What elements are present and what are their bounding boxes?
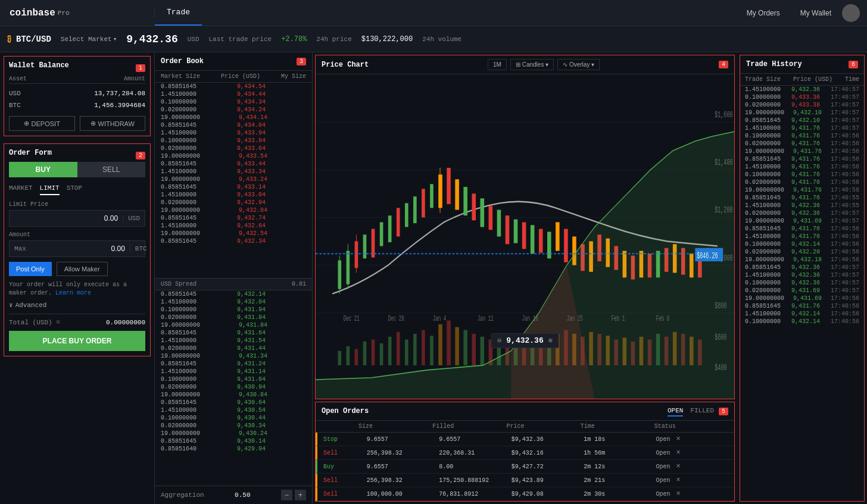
tab-market[interactable]: MARKET xyxy=(9,182,33,195)
ob-ask-row[interactable]: 1.451000009,433.94 xyxy=(155,129,312,137)
amount-max[interactable]: Max xyxy=(10,245,31,252)
ob-ask-row[interactable]: 0.100000009,433.84 xyxy=(155,137,312,145)
ob-bid-row[interactable]: 0.858516459,431.64 xyxy=(155,329,312,337)
ob-ask-row[interactable]: 1.451000009,432.64 xyxy=(155,222,312,230)
ob-ask-row[interactable]: 0.858516459,434.04 xyxy=(155,121,312,129)
ob-bid-row[interactable]: 19.000000009,430.84 xyxy=(155,391,312,399)
place-order-button[interactable]: PLACE BUY ORDER xyxy=(9,331,145,351)
ob-ask-row[interactable]: 19.000000009,433.54 xyxy=(155,152,312,160)
ob-ask-row[interactable]: 0.858516459,433.44 xyxy=(155,160,312,168)
ob-bid-row[interactable]: 1.451000009,431.14 xyxy=(155,368,312,375)
ob-ask-row[interactable]: 1.451000009,433.04 xyxy=(155,191,312,199)
ob-bid-row[interactable]: 0.858516459,431.24 xyxy=(155,360,312,368)
ob-bid-row[interactable]: 0.100000009,431.94 xyxy=(155,306,312,314)
ob-ask-row[interactable]: 19.000000009,432.54 xyxy=(155,230,312,237)
th-row: 0.858516459,431.7617:40:56 xyxy=(740,302,864,310)
close-order-icon[interactable]: × xyxy=(676,435,681,443)
limit-price-input-wrap: USD xyxy=(9,210,145,227)
ob-ask-row[interactable]: 19.000000009,434.14 xyxy=(155,114,312,121)
close-order-icon[interactable]: × xyxy=(676,490,681,498)
ob-bid-row[interactable]: 19.000000009,431.34 xyxy=(155,352,312,360)
ob-bid-row[interactable]: 0.100000009,430.44 xyxy=(155,414,312,422)
withdraw-icon: ⊕ xyxy=(91,120,96,127)
ob-ask-row[interactable]: 1.451000009,434.44 xyxy=(155,90,312,98)
sell-tab[interactable]: SELL xyxy=(77,162,146,177)
svg-rect-83 xyxy=(430,336,434,365)
price-minus-icon[interactable]: ⊖ xyxy=(497,336,501,345)
svg-rect-74 xyxy=(355,349,358,365)
nav-orders-button[interactable]: My Orders xyxy=(737,5,790,21)
ob-ask-row[interactable]: 19.000000009,433.24 xyxy=(155,176,312,183)
svg-text:$1,600: $1,600 xyxy=(715,110,732,120)
logo-pro: Pro xyxy=(58,10,70,17)
ob-ask-row[interactable]: 0.858516459,434.54 xyxy=(155,83,312,90)
timeframe-1m-button[interactable]: 1M xyxy=(488,59,507,70)
oo-col-status: Status xyxy=(654,423,728,430)
close-order-icon[interactable]: × xyxy=(676,462,681,471)
deposit-button[interactable]: ⊕ DEPOSIT xyxy=(9,116,75,131)
ob-bid-row[interactable]: 1.451000009,432.04 xyxy=(155,298,312,306)
ob-ask-row[interactable]: 0.100000009,434.34 xyxy=(155,98,312,106)
ob-bid-row[interactable]: 0.020000009,431.84 xyxy=(155,314,312,321)
allow-maker-button[interactable]: Allow Maker xyxy=(57,262,108,276)
oo-tab-open[interactable]: OPEN xyxy=(668,406,683,417)
oo-tab-filled[interactable]: FILLED xyxy=(690,406,714,417)
left-panel: Wallet Balance 1 Asset Amount USD 13,737… xyxy=(0,52,155,504)
advanced-toggle[interactable]: ∨ Advanced xyxy=(9,301,145,309)
close-order-icon[interactable]: × xyxy=(676,476,681,484)
svg-rect-51 xyxy=(556,222,560,251)
ob-bid-row[interactable]: 19.000000009,430.24 xyxy=(155,430,312,437)
nav-wallet-button[interactable]: My Wallet xyxy=(791,5,841,21)
wallet-title: Wallet Balance xyxy=(9,61,69,70)
chart-header: Price Chart 1M ⊞ Candles ▾ ∿ Overlay ▾ 4 xyxy=(316,55,734,74)
amount-input-wrap: Max BTC xyxy=(9,240,145,257)
nav-trade[interactable]: Trade xyxy=(155,0,202,26)
post-only-button[interactable]: Post Only xyxy=(9,262,52,276)
market-select[interactable]: Select Market ▾ xyxy=(61,35,117,43)
ob-bid-row[interactable]: 0.020000009,430.94 xyxy=(155,383,312,391)
limit-price-input[interactable] xyxy=(10,211,123,226)
agg-minus-button[interactable]: − xyxy=(281,490,292,500)
withdraw-button[interactable]: ⊕ WITHDRAW xyxy=(80,116,146,131)
overlay-button[interactable]: ∿ Overlay ▾ xyxy=(557,59,600,70)
ob-ask-row[interactable]: 0.858516459,432.74 xyxy=(155,214,312,222)
ob-ask-row[interactable]: 19.000000009,432.84 xyxy=(155,206,312,214)
ob-ask-row[interactable]: 0.020000009,434.24 xyxy=(155,106,312,114)
ob-bid-row[interactable]: 0.020000009,431.44 xyxy=(155,345,312,352)
price-plus-icon[interactable]: ⊕ xyxy=(548,336,553,345)
tab-limit[interactable]: LIMIT xyxy=(40,182,60,195)
ob-ask-row[interactable]: 0.020000009,433.64 xyxy=(155,145,312,152)
svg-rect-32 xyxy=(405,203,408,227)
ob-ask-row[interactable]: 1.451000009,433.34 xyxy=(155,168,312,176)
trade-history-panel: Trade History 6 Trade Size Price (USD) T… xyxy=(740,55,865,502)
ob-ask-row[interactable]: 0.858516459,432.34 xyxy=(155,237,312,245)
ob-ask-row[interactable]: 0.020000009,432.94 xyxy=(155,199,312,206)
ob-bid-row[interactable]: 0.858516459,430.64 xyxy=(155,399,312,406)
ob-bid-row[interactable]: 1.451000009,430.54 xyxy=(155,406,312,414)
ob-bid-row[interactable]: 0.858516459,430.14 xyxy=(155,437,312,445)
learn-more-link[interactable]: Learn more xyxy=(55,290,91,296)
chart-controls: 1M ⊞ Candles ▾ ∿ Overlay ▾ xyxy=(488,59,600,70)
market-pair: ₿ BTC/USD xyxy=(7,35,51,44)
candles-button[interactable]: ⊞ Candles ▾ xyxy=(510,59,554,70)
header: coinbase Pro Trade My Orders My Wallet xyxy=(0,0,867,26)
agg-plus-button[interactable]: + xyxy=(295,490,306,500)
ob-bid-row[interactable]: 19.000000009,431.84 xyxy=(155,321,312,329)
chart-body: $1,600 $1,400 $1,200 $1,000 $800 $600 $4… xyxy=(316,74,734,399)
amount-input[interactable] xyxy=(31,241,130,256)
ob-bid-row[interactable]: 0.100000009,431.04 xyxy=(155,375,312,383)
buy-tab[interactable]: BUY xyxy=(9,162,77,177)
svg-rect-72 xyxy=(338,351,341,365)
svg-rect-34 xyxy=(422,189,425,217)
svg-rect-33 xyxy=(413,196,417,223)
ob-bid-row[interactable]: 0.020000009,430.34 xyxy=(155,422,312,430)
close-order-icon[interactable]: × xyxy=(676,449,681,457)
svg-text:Jan 11: Jan 11 xyxy=(478,314,494,323)
ob-ask-row[interactable]: 0.858516459,433.14 xyxy=(155,183,312,191)
btc-asset-row: BTC 1,456.3994684 xyxy=(9,99,145,111)
ob-bid-row[interactable]: 0.858516459,432.14 xyxy=(155,290,312,298)
tab-stop[interactable]: STOP xyxy=(67,182,82,195)
ob-bid-row[interactable]: 1.451000009,431.54 xyxy=(155,337,312,345)
avatar[interactable] xyxy=(842,4,860,22)
ob-bid-row[interactable]: 0.858516409,429.94 xyxy=(155,445,312,453)
